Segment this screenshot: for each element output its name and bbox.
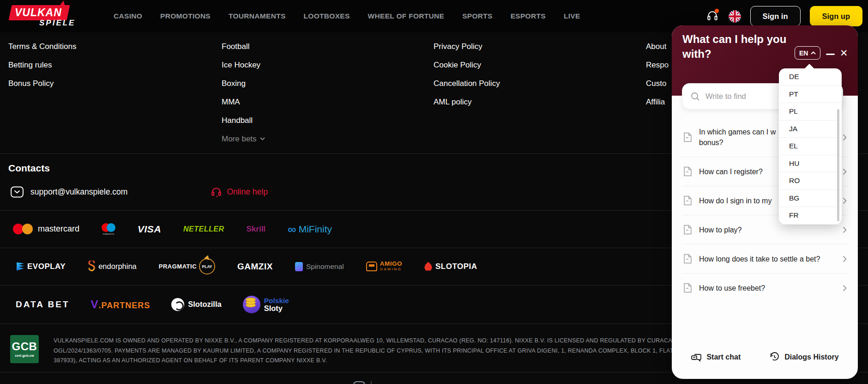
payment-logos-row: mastercard maestro VISA NETELLER Skrill … <box>0 210 669 248</box>
more-bets-toggle[interactable]: More bets <box>222 134 265 143</box>
support-headset-icon[interactable] <box>706 10 719 23</box>
evoplay-logo: EVOPLAY <box>17 262 66 271</box>
chat-language-selector[interactable]: EN <box>795 46 820 60</box>
slotozilla-icon <box>171 298 184 311</box>
slotopia-flame-icon <box>424 262 432 271</box>
sign-in-button[interactable]: Sign in <box>750 6 801 26</box>
page-root: VULKAN SPIELE CASINO PROMOTIONS TOURNAME… <box>0 0 868 384</box>
nav-item-esports[interactable]: ESPORTS <box>511 12 546 20</box>
link-affiliate[interactable]: Affilia <box>646 98 669 106</box>
mastercard-logo: mastercard <box>13 224 79 234</box>
nav-item-tournaments[interactable]: TOURNAMENTS <box>229 12 286 20</box>
bottom-separator <box>371 381 372 384</box>
chat-minimize-button[interactable] <box>826 54 835 55</box>
neteller-logo: NETELLER <box>183 225 224 233</box>
spinomenal-logo: Spinomenal <box>295 262 344 271</box>
link-bonus-policy[interactable]: Bonus Policy <box>8 79 76 88</box>
dropdown-scrollbar-thumb[interactable] <box>837 109 839 221</box>
link-ice-hockey[interactable]: Ice Hockey <box>222 61 265 69</box>
link-cookie-policy[interactable]: Cookie Policy <box>434 61 500 69</box>
link-responsible[interactable]: Respo <box>646 61 669 69</box>
link-terms-conditions[interactable]: Terms & Conditions <box>8 42 76 51</box>
sign-up-button[interactable]: Sign up <box>810 6 863 26</box>
contact-row: support@vulkanspiele.com Online help <box>10 186 268 198</box>
uk-flag-icon <box>729 10 741 23</box>
pragmatic-play-logo: PRAGMATIC PLAY <box>159 258 215 274</box>
document-icon <box>683 282 693 293</box>
polskie-sloty-coins-icon <box>243 296 260 313</box>
chevron-right-icon <box>843 226 847 233</box>
link-privacy-policy[interactable]: Privacy Policy <box>434 42 500 51</box>
footer-column-company: About Respo Custo Affilia <box>646 42 669 106</box>
search-icon <box>691 92 700 101</box>
footer-column-policies: Privacy Policy Cookie Policy Cancellatio… <box>434 42 500 106</box>
chevron-right-icon <box>843 134 847 141</box>
link-about[interactable]: About <box>646 42 669 51</box>
chevron-right-icon <box>843 168 847 175</box>
link-mma[interactable]: MMA <box>222 98 265 106</box>
email-icon <box>10 186 24 198</box>
language-option-pl[interactable]: PL <box>779 103 842 121</box>
databet-logo: DATA BET <box>16 299 70 310</box>
link-boxing[interactable]: Boxing <box>222 79 265 88</box>
link-betting-rules[interactable]: Betting rules <box>8 61 76 69</box>
nav-item-lootboxes[interactable]: LOOTBOXES <box>304 12 350 20</box>
vulkan-spiele-logo[interactable]: VULKAN SPIELE <box>10 3 93 29</box>
language-option-hu[interactable]: HU <box>779 155 842 173</box>
pragmatic-play-circle: PLAY <box>199 258 215 274</box>
link-handball[interactable]: Handball <box>222 116 265 125</box>
logo-sub-text: SPIELE <box>39 18 75 28</box>
document-icon <box>683 224 693 235</box>
evoplay-icon <box>17 262 24 271</box>
faq-item-freebet[interactable]: How to use freebet? <box>682 274 848 302</box>
amigo-slot-icon <box>366 262 377 271</box>
dialogs-history-button[interactable]: Dialogs History <box>769 352 838 362</box>
language-option-bg[interactable]: BG <box>779 190 842 207</box>
language-option-fr[interactable]: FR <box>779 207 842 225</box>
skrill-logo: Skrill <box>247 225 266 234</box>
link-aml-policy[interactable]: AML policy <box>434 98 500 106</box>
footer-column-legal: Terms & Conditions Betting rules Bonus P… <box>8 42 76 88</box>
main-nav: CASINO PROMOTIONS TOURNAMENTS LOOTBOXES … <box>114 0 580 32</box>
support-email-link[interactable]: support@vulkanspiele.com <box>30 187 127 197</box>
footer-column-sports: Football Ice Hockey Boxing MMA Handball … <box>222 42 265 143</box>
document-icon <box>683 195 693 206</box>
language-option-pt[interactable]: PT <box>779 86 842 104</box>
document-icon <box>683 166 693 177</box>
language-option-ro[interactable]: RO <box>779 172 842 190</box>
start-chat-button[interactable]: Start chat <box>691 352 741 362</box>
gamzix-logo: GAMZIX <box>237 262 273 272</box>
link-cancellation-policy[interactable]: Cancellation Policy <box>434 79 500 88</box>
vpartners-logo: V.PARTNERS <box>91 298 151 311</box>
nav-item-sports[interactable]: SPORTS <box>462 12 493 20</box>
nav-item-promotions[interactable]: PROMOTIONS <box>160 12 211 20</box>
chevron-right-icon <box>843 256 847 262</box>
gcb-certification-badge[interactable]: GCB cert.gcb.cw <box>10 335 39 363</box>
online-help-link[interactable]: Online help <box>211 186 268 198</box>
link-football[interactable]: Football <box>222 42 265 51</box>
chat-close-button[interactable]: ✕ <box>840 47 848 59</box>
mastercard-orange-circle <box>22 224 33 234</box>
online-help-headset-icon <box>211 186 222 198</box>
language-option-el[interactable]: EL <box>779 138 842 155</box>
mifinity-logo: ∞ MiFinity <box>288 224 332 235</box>
link-customer[interactable]: Custo <box>646 79 669 88</box>
document-icon <box>683 132 693 143</box>
nav-item-live[interactable]: LIVE <box>564 12 580 20</box>
chevron-up-icon <box>811 51 816 55</box>
polskie-sloty-logo: Polskie Sloty <box>243 296 289 313</box>
language-dropdown: DE PT PL JA EL HU RO BG FR <box>779 68 842 225</box>
language-flag-uk[interactable] <box>729 10 741 23</box>
contacts-heading: Contacts <box>8 163 50 174</box>
notification-dot <box>715 9 719 13</box>
nav-item-casino[interactable]: CASINO <box>114 12 142 20</box>
language-option-de[interactable]: DE <box>779 68 842 86</box>
chat-bubbles-icon <box>691 352 702 362</box>
age-badge-partial <box>353 381 365 384</box>
faq-item-settle-bet[interactable]: How long does it take to settle a bet? <box>682 244 848 274</box>
nav-item-wheel-of-fortune[interactable]: WHEEL OF FORTUNE <box>368 12 445 20</box>
history-icon <box>769 352 780 362</box>
chevron-right-icon <box>843 197 847 204</box>
language-option-ja[interactable]: JA <box>779 121 842 138</box>
amigo-gaming-logo: AMIGO GAMING <box>366 261 402 272</box>
